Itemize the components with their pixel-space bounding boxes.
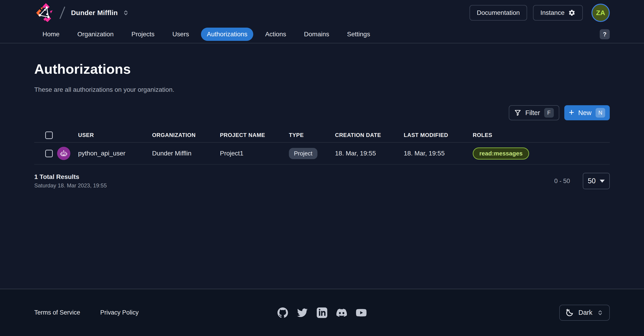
tab-actions[interactable]: Actions bbox=[259, 28, 292, 41]
new-button[interactable]: + New N bbox=[564, 105, 610, 120]
col-header-last-modified[interactable]: LAST MODIFIED bbox=[404, 132, 473, 138]
social-links bbox=[278, 308, 366, 318]
org-name: Dunder Mifflin bbox=[71, 9, 118, 17]
filter-button[interactable]: Filter F bbox=[509, 105, 559, 120]
cell-last-modified: 18. Mar, 19:55 bbox=[404, 150, 473, 157]
twitter-icon[interactable] bbox=[297, 308, 308, 318]
tab-projects[interactable]: Projects bbox=[125, 28, 160, 41]
tab-authorizations[interactable]: Authorizations bbox=[201, 28, 253, 41]
authorizations-table: USER ORGANIZATION PROJECT NAME TYPE CREA… bbox=[34, 128, 610, 165]
col-header-type[interactable]: TYPE bbox=[289, 132, 335, 138]
org-switcher[interactable]: Dunder Mifflin bbox=[71, 9, 129, 17]
main-nav: Home Organization Projects Users Authori… bbox=[0, 25, 644, 43]
filter-shortcut-badge: F bbox=[544, 108, 554, 118]
tab-home[interactable]: Home bbox=[36, 28, 66, 41]
avatar-initials: ZA bbox=[596, 9, 605, 17]
dark-mode-icon bbox=[566, 309, 574, 317]
documentation-button[interactable]: Documentation bbox=[470, 5, 527, 20]
theme-label: Dark bbox=[578, 309, 592, 316]
filter-label: Filter bbox=[525, 109, 540, 117]
linkedin-icon[interactable] bbox=[317, 308, 327, 318]
results-timestamp: Saturday 18. Mar 2023, 19:55 bbox=[34, 182, 107, 189]
type-badge: Project bbox=[289, 148, 318, 159]
filter-icon bbox=[514, 109, 521, 116]
select-all-checkbox[interactable] bbox=[45, 131, 53, 139]
user-avatar[interactable]: ZA bbox=[592, 4, 610, 22]
table-header-row: USER ORGANIZATION PROJECT NAME TYPE CREA… bbox=[34, 128, 610, 143]
tab-users[interactable]: Users bbox=[166, 28, 195, 41]
total-results: 1 Total Results bbox=[34, 173, 107, 181]
row-checkbox-cell bbox=[34, 150, 57, 157]
topbar-actions: Documentation Instance ZA bbox=[470, 4, 610, 22]
role-badge: read:messages bbox=[473, 147, 529, 160]
footer: Terms of Service Privacy Policy Dark bbox=[0, 289, 644, 336]
row-checkbox[interactable] bbox=[45, 150, 53, 157]
robot-icon bbox=[59, 149, 68, 158]
tab-domains[interactable]: Domains bbox=[298, 28, 335, 41]
main-content: Authorizations These are all authorizati… bbox=[0, 61, 644, 189]
page-range: 0 - 50 bbox=[554, 178, 570, 185]
cell-type: Project bbox=[289, 148, 335, 159]
new-label: New bbox=[578, 109, 592, 117]
service-user-avatar bbox=[57, 147, 70, 160]
page-subtitle: These are all authorizations on your org… bbox=[34, 86, 610, 93]
plus-icon: + bbox=[569, 108, 574, 117]
page-size-value: 50 bbox=[588, 177, 596, 185]
col-header-user[interactable]: USER bbox=[78, 132, 152, 138]
col-header-organization[interactable]: ORGANIZATION bbox=[152, 132, 220, 138]
cell-organization: Dunder Mifflin bbox=[152, 150, 220, 157]
terms-of-service-link[interactable]: Terms of Service bbox=[34, 309, 80, 316]
dropdown-arrow-icon bbox=[600, 180, 605, 183]
pagination: 0 - 50 50 bbox=[554, 173, 610, 189]
results-block: 1 Total Results Saturday 18. Mar 2023, 1… bbox=[34, 173, 107, 189]
row-avatar-cell bbox=[57, 147, 78, 160]
instance-button[interactable]: Instance bbox=[533, 5, 583, 20]
col-header-roles[interactable]: ROLES bbox=[473, 132, 610, 138]
cell-user: python_api_user bbox=[78, 150, 152, 157]
header-checkbox-cell bbox=[34, 131, 57, 139]
table-summary: 1 Total Results Saturday 18. Mar 2023, 1… bbox=[34, 173, 610, 189]
footer-links: Terms of Service Privacy Policy bbox=[34, 309, 138, 316]
theme-unfold-icon bbox=[597, 310, 603, 316]
zitadel-logo-icon[interactable] bbox=[35, 2, 56, 23]
topbar: Dunder Mifflin Documentation Instance ZA bbox=[0, 0, 644, 25]
cell-creation-date: 18. Mar, 19:55 bbox=[335, 150, 404, 157]
new-shortcut-badge: N bbox=[596, 108, 605, 118]
table-toolbar: Filter F + New N bbox=[34, 105, 610, 120]
nav-tabs: Home Organization Projects Users Authori… bbox=[36, 28, 376, 41]
table-row[interactable]: python_api_user Dunder Mifflin Project1 … bbox=[34, 143, 610, 165]
tab-organization[interactable]: Organization bbox=[72, 28, 120, 41]
gear-icon bbox=[568, 9, 576, 16]
breadcrumb-slash bbox=[60, 6, 65, 19]
brand-area bbox=[35, 2, 63, 23]
cell-roles: read:messages bbox=[473, 147, 610, 160]
youtube-icon[interactable] bbox=[356, 308, 366, 318]
tab-settings[interactable]: Settings bbox=[341, 28, 376, 41]
discord-icon[interactable] bbox=[336, 308, 347, 318]
page-title: Authorizations bbox=[34, 61, 610, 77]
github-icon[interactable] bbox=[278, 308, 288, 318]
help-button[interactable]: ? bbox=[600, 29, 610, 39]
col-header-creation-date[interactable]: CREATION DATE bbox=[335, 132, 404, 138]
col-header-project-name[interactable]: PROJECT NAME bbox=[220, 132, 289, 138]
cell-project-name: Project1 bbox=[220, 150, 289, 157]
documentation-label: Documentation bbox=[477, 9, 520, 16]
unfold-more-icon bbox=[123, 9, 129, 16]
page-size-select[interactable]: 50 bbox=[583, 173, 610, 189]
instance-label: Instance bbox=[540, 9, 564, 16]
privacy-policy-link[interactable]: Privacy Policy bbox=[100, 309, 138, 316]
theme-selector[interactable]: Dark bbox=[559, 305, 610, 321]
